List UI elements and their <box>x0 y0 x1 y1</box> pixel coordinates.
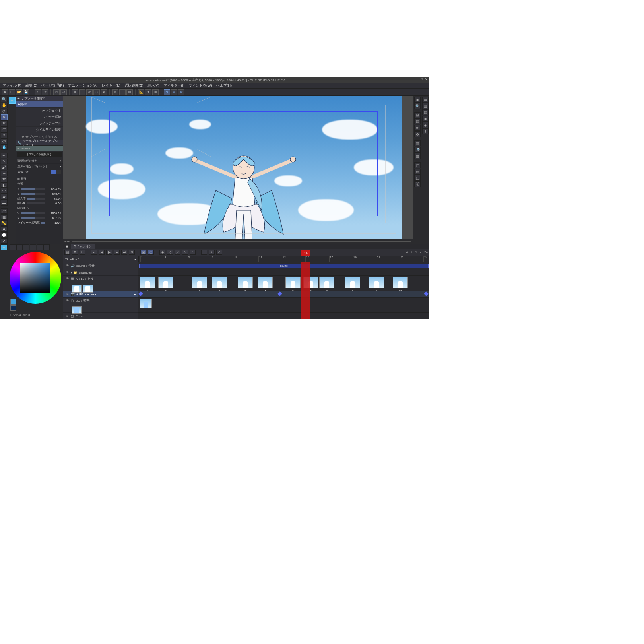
tl-new-timeline-icon[interactable]: ▤ <box>64 250 70 255</box>
tool-ruler-icon[interactable]: 📏 <box>1 220 8 226</box>
color-history-tab[interactable] <box>43 244 50 250</box>
position-y-slider[interactable]: Y678.7◇ <box>16 191 63 196</box>
cmd-anim-cel-icon[interactable]: ✎ <box>164 89 170 95</box>
keyframe[interactable] <box>138 291 143 296</box>
tl-remove-key-icon[interactable]: ◇ <box>167 250 173 255</box>
cmd-save-icon[interactable]: 💾 <box>23 89 29 95</box>
tool-correct-icon[interactable]: ✓ <box>1 238 8 244</box>
tool-text-icon[interactable]: A <box>1 226 8 232</box>
visibility-toggle-icon[interactable]: 👁 <box>65 292 69 296</box>
background-swatch[interactable] <box>10 305 16 311</box>
material-download-icon[interactable]: ⬇ <box>422 128 429 134</box>
item-bank-icon[interactable]: ▢ <box>414 175 421 181</box>
layer-row-cel-a[interactable]: 👁 ▦ A：10：セル <box>63 276 138 291</box>
cmd-fill-icon[interactable]: ▨ <box>112 89 118 95</box>
keyframe[interactable] <box>424 291 428 296</box>
cmd-onion-skin-icon[interactable]: ✏ <box>178 89 184 95</box>
cmd-invert-icon[interactable]: ◐ <box>86 89 93 95</box>
visibility-toggle-icon[interactable]: 👁 <box>65 314 69 318</box>
tool-zoom-icon[interactable]: 🔍 <box>1 97 8 102</box>
layer-panel-icon[interactable]: ▥ <box>414 140 421 146</box>
tool-gradient-icon[interactable]: ▬ <box>1 200 8 206</box>
cmd-snap-special-icon[interactable]: ✦ <box>145 89 151 95</box>
history-icon[interactable]: ↺ <box>414 125 421 131</box>
tool-frame-icon[interactable]: ▦ <box>1 214 8 220</box>
auto-action-icon[interactable]: ⚙ <box>414 131 421 137</box>
current-color-indicator[interactable]: 〰 <box>1 244 8 250</box>
track-bg-camera[interactable] <box>138 291 429 298</box>
color-slider-tab[interactable] <box>16 244 23 250</box>
cel-thumbnail[interactable]: 8 <box>345 277 360 288</box>
tl-go-end-icon[interactable]: ⏭ <box>121 250 127 255</box>
menu-view[interactable]: 表示(V) <box>147 83 159 88</box>
tl-go-start-icon[interactable]: ⏮ <box>91 250 97 255</box>
tool-balloon-icon[interactable]: 💬 <box>1 232 8 238</box>
material-manga-icon[interactable]: ▤ <box>422 109 429 115</box>
timeline-ruler[interactable]: 13579111315171921232414 <box>138 256 429 262</box>
quick-access-icon[interactable]: ⊞ <box>414 112 421 118</box>
color-set-tab[interactable] <box>23 244 29 250</box>
visibility-toggle-icon[interactable]: 👁 <box>65 270 69 274</box>
nav-zoom-icon[interactable]: 🔍 <box>414 103 421 109</box>
cmd-redo-icon[interactable]: ↷ <box>42 89 48 95</box>
foreground-swatch[interactable] <box>10 299 16 305</box>
layer-row-bg-transform[interactable]: 👁 ▢ BG：変形 <box>63 298 138 313</box>
tl-smooth-icon[interactable]: ∿ <box>182 250 188 255</box>
tool-pen-icon[interactable]: ✒ <box>1 153 8 158</box>
visibility-toggle-icon[interactable]: 👁 <box>65 264 69 268</box>
canvas[interactable] <box>86 96 402 239</box>
approx-color-tab[interactable] <box>37 244 43 250</box>
intermediate-color-tab[interactable] <box>30 244 36 250</box>
menu-help[interactable]: ヘルプ(H) <box>216 83 232 88</box>
cel-thumbnail[interactable]: 5 <box>285 277 301 288</box>
tool-brush-icon[interactable]: 🖌 <box>1 165 8 170</box>
menu-edit[interactable]: 編集(E) <box>25 83 37 88</box>
track-paper[interactable] <box>138 313 429 319</box>
menu-window[interactable]: ウィンドウ(W) <box>188 83 212 88</box>
menu-filter[interactable]: フィルター(I) <box>163 83 185 88</box>
material-image-icon[interactable]: ▣ <box>422 116 429 122</box>
playhead-flag[interactable]: 14 <box>301 250 310 256</box>
sound-clip[interactable]: sound <box>139 264 429 268</box>
transform-section-header[interactable]: ⊟ 変形 <box>16 176 63 181</box>
layer-row-character[interactable]: 👁 ▸ 📁 character <box>63 269 138 276</box>
tool-fill-icon[interactable]: ▰ <box>1 194 8 200</box>
info-panel-icon[interactable]: ⓘ <box>414 181 421 187</box>
tl-zoom-out-icon[interactable]: − <box>201 250 207 255</box>
tool-marquee-icon[interactable]: ▭ <box>1 126 8 132</box>
menu-layer[interactable]: レイヤー(L) <box>102 83 120 88</box>
cmd-undo-icon[interactable]: ↶ <box>35 89 41 95</box>
cmd-deselect-icon[interactable]: ▢ <box>79 89 85 95</box>
cmd-shrink-icon[interactable]: ◈ <box>101 89 107 95</box>
tool-lasso-icon[interactable]: ᔕ <box>1 138 8 144</box>
track-bg-transform[interactable] <box>138 298 429 313</box>
tool-move-layer-icon[interactable]: ✥ <box>1 120 8 126</box>
menu-animation[interactable]: アニメーション(A) <box>68 83 98 88</box>
maximize-button[interactable]: □ <box>421 78 423 81</box>
tl-cel-specify-icon[interactable]: ▢ <box>148 250 154 255</box>
cel-thumbnail[interactable]: 2 <box>212 277 227 288</box>
cel-thumbnail[interactable]: 1 <box>140 277 155 288</box>
color-wheel[interactable] <box>10 252 61 304</box>
subtool-timeline-edit[interactable]: タイムライン編集 <box>16 127 63 133</box>
cmd-light-table-icon[interactable]: ✐ <box>171 89 177 95</box>
canvas-area[interactable]: 46.0 <box>63 96 413 244</box>
color-square[interactable] <box>20 263 50 293</box>
anim-cels-icon[interactable]: ▢ <box>414 162 421 168</box>
keyframe[interactable] <box>277 291 282 296</box>
tool-airbrush-icon[interactable]: ꕀ <box>1 171 8 176</box>
track-sound[interactable]: sound <box>138 262 429 269</box>
cel-thumbnail[interactable]: 9 <box>369 277 384 288</box>
tl-interpolation-icon[interactable]: ／ <box>175 250 180 255</box>
tl-clip-icon[interactable]: ✂ <box>80 250 85 255</box>
material-color-icon[interactable]: ▦ <box>422 97 429 103</box>
tl-onion-skin-icon[interactable]: ▣ <box>140 250 146 255</box>
tool-hand-icon[interactable]: ✋ <box>1 103 8 108</box>
subtool-object[interactable]: オブジェクト <box>16 108 63 114</box>
cmd-select-border-icon[interactable]: ⬚ <box>93 89 100 95</box>
center-x-slider[interactable]: X1000.0◇ <box>16 211 63 215</box>
brush-size-preview[interactable]: 〰 <box>9 97 16 104</box>
visibility-toggle-icon[interactable]: 👁 <box>65 277 69 281</box>
nav-panel-icon[interactable]: ▣ <box>414 97 421 103</box>
center-y-slider[interactable]: Y607.0◇ <box>16 215 63 220</box>
